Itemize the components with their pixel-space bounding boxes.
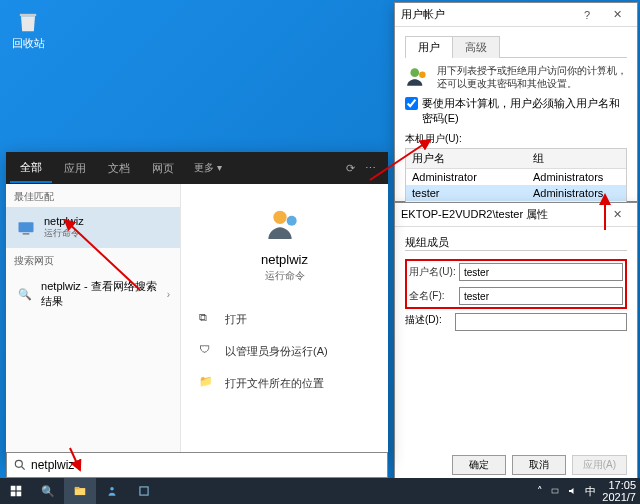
th-user: 用户名: [406, 149, 527, 168]
svg-rect-13: [75, 487, 80, 489]
search-icon: 🔍: [16, 284, 33, 304]
info-text: 用下列表授予或拒绝用户访问你的计算机，还可以更改其密码和其他设置。: [437, 64, 627, 90]
window-titlebar[interactable]: 用户帐户 ? ✕: [395, 3, 637, 27]
ime-indicator[interactable]: 中: [585, 484, 596, 499]
search-panel: 全部 应用 文档 网页 更多 ▾ ⟳ ⋯ 最佳匹配 netplwiz 运行命令 …: [6, 152, 388, 460]
users-table[interactable]: 用户名 组 Administrator Administrators teste…: [405, 148, 627, 204]
desc-label: 描述(D):: [405, 313, 455, 331]
th-group: 组: [527, 149, 550, 168]
search-icon: [13, 458, 27, 472]
svg-rect-9: [17, 486, 22, 491]
taskbar-app1[interactable]: [96, 478, 128, 504]
run-icon-large: [265, 204, 305, 244]
properties-window: EKTOP-E2VUDR2\tester 属性 ✕ 规 组成员 用户名(U): …: [394, 202, 638, 484]
recycle-bin-icon: [14, 8, 42, 36]
fullname-input[interactable]: [459, 287, 623, 305]
svg-point-5: [286, 216, 296, 226]
svg-rect-8: [11, 486, 16, 491]
tab-all[interactable]: 全部: [10, 154, 52, 183]
search-tabs: 全部 应用 文档 网页 更多 ▾ ⟳ ⋯: [6, 152, 388, 184]
recycle-bin[interactable]: 回收站: [8, 8, 48, 58]
clock[interactable]: 17:05 2021/7: [602, 479, 636, 503]
action-open-location[interactable]: 📁打开文件所在的位置: [195, 367, 374, 399]
window-title: 用户帐户: [401, 7, 445, 22]
svg-point-4: [273, 211, 286, 224]
users-icon: [405, 64, 431, 90]
apply-button: 应用(A): [572, 455, 627, 475]
web-result[interactable]: 🔍 netplwiz - 查看网络搜索结果 ›: [6, 271, 180, 317]
help-button[interactable]: ?: [573, 5, 601, 25]
ok-button[interactable]: 确定: [452, 455, 506, 475]
tab-web[interactable]: 网页: [142, 155, 184, 182]
result-detail: netplwiz 运行命令 ⧉打开 🛡以管理员身份运行(A) 📁打开文件所在的位…: [181, 184, 388, 460]
window-title: EKTOP-E2VUDR2\tester 属性: [401, 207, 548, 222]
network-icon[interactable]: [549, 485, 561, 497]
desc-input[interactable]: [455, 313, 627, 331]
svg-rect-10: [11, 492, 16, 497]
best-match-header: 最佳匹配: [6, 184, 180, 207]
username-input[interactable]: [459, 263, 623, 281]
taskbar-explorer[interactable]: [64, 478, 96, 504]
table-row[interactable]: tester Administrators: [406, 185, 626, 201]
svg-rect-15: [140, 487, 148, 495]
tab-member[interactable]: 组成员: [416, 235, 449, 250]
require-password-checkbox[interactable]: [405, 97, 418, 110]
close-button[interactable]: ✕: [603, 5, 631, 25]
username-label: 用户名(U):: [409, 265, 459, 279]
detail-sub: 运行命令: [265, 269, 305, 283]
action-run-admin[interactable]: 🛡以管理员身份运行(A): [195, 335, 374, 367]
svg-rect-3: [23, 233, 30, 235]
taskbar-search-icon[interactable]: 🔍: [32, 478, 64, 504]
svg-point-1: [419, 72, 426, 79]
taskbar-app2[interactable]: [128, 478, 160, 504]
system-tray: ˄ 中 17:05 2021/7: [537, 479, 640, 503]
fullname-label: 全名(F):: [409, 289, 459, 303]
recycle-bin-label: 回收站: [12, 36, 45, 51]
tab-advanced[interactable]: 高级: [452, 36, 500, 58]
detail-title: netplwiz: [261, 252, 308, 267]
options-icon[interactable]: ⋯: [365, 162, 376, 175]
tab-docs[interactable]: 文档: [98, 155, 140, 182]
start-button[interactable]: [0, 478, 32, 504]
user-accounts-window: 用户帐户 ? ✕ 用户 高级 用下列表授予或拒绝用户访问你的计算机，还可以更改其…: [394, 2, 638, 202]
svg-rect-11: [17, 492, 22, 497]
folder-icon: 📁: [199, 375, 215, 391]
search-input[interactable]: [31, 458, 381, 472]
web-header: 搜索网页: [6, 248, 180, 271]
table-label: 本机用户(U):: [405, 132, 627, 146]
action-open[interactable]: ⧉打开: [195, 303, 374, 335]
result-netplwiz[interactable]: netplwiz 运行命令: [6, 207, 180, 248]
svg-line-7: [22, 467, 25, 470]
svg-point-14: [110, 487, 114, 491]
tab-more[interactable]: 更多 ▾: [186, 155, 230, 181]
search-box[interactable]: [6, 452, 388, 478]
results-list: 最佳匹配 netplwiz 运行命令 搜索网页 🔍 netplwiz - 查看网…: [6, 184, 181, 460]
taskbar: 🔍 ˄ 中 17:05 2021/7: [0, 478, 640, 504]
close-button[interactable]: ✕: [603, 205, 631, 225]
svg-rect-16: [552, 489, 558, 493]
run-icon: [16, 218, 36, 238]
open-icon: ⧉: [199, 311, 215, 327]
table-row[interactable]: Administrator Administrators: [406, 169, 626, 185]
feedback-icon[interactable]: ⟳: [346, 162, 355, 175]
cancel-button[interactable]: 取消: [512, 455, 566, 475]
chevron-right-icon: ›: [167, 289, 170, 300]
svg-rect-2: [19, 222, 34, 232]
tray-chevron-icon[interactable]: ˄: [537, 485, 543, 498]
tab-general[interactable]: 规: [405, 235, 416, 250]
shield-icon: 🛡: [199, 343, 215, 359]
checkbox-label: 要使用本计算机，用户必须输入用户名和密码(E): [422, 96, 627, 126]
tab-apps[interactable]: 应用: [54, 155, 96, 182]
volume-icon[interactable]: [567, 485, 579, 497]
window-titlebar[interactable]: EKTOP-E2VUDR2\tester 属性 ✕: [395, 203, 637, 227]
svg-point-0: [410, 68, 419, 77]
tab-users[interactable]: 用户: [405, 36, 453, 58]
svg-point-6: [15, 460, 22, 467]
